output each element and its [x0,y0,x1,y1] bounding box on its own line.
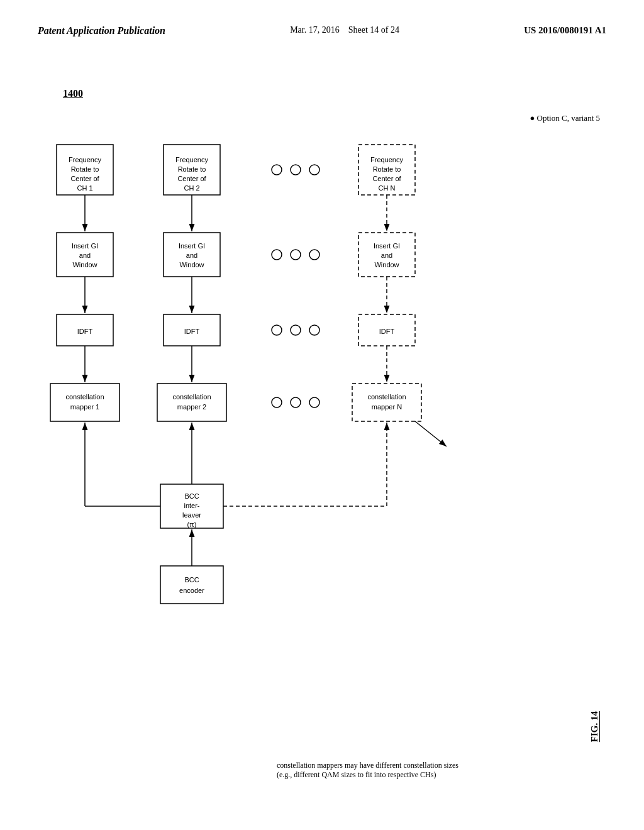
svg-point-30 [291,325,301,335]
svg-text:CH N: CH N [379,184,396,192]
svg-text:CH 1: CH 1 [77,184,92,192]
ch1-freq-text: Frequency [69,156,101,163]
page-header: Patent Application Publication Mar. 17, … [0,0,644,36]
header-center: Mar. 17, 2016 Sheet 14 of 24 [290,25,399,35]
svg-text:Center of: Center of [70,175,99,182]
note-line1: constellation mappers may have different… [277,761,556,770]
svg-text:encoder: encoder [179,587,204,594]
svg-text:Center of: Center of [177,175,206,182]
svg-text:CH 2: CH 2 [184,184,199,192]
svg-text:mapper N: mapper N [372,403,402,411]
sheet-info: Sheet 14 of 24 [348,25,399,35]
svg-text:Window: Window [374,261,399,268]
svg-text:mapper 2: mapper 2 [177,403,206,411]
svg-point-28 [309,250,319,260]
svg-text:Rotate to: Rotate to [373,165,401,173]
svg-text:Window: Window [179,261,204,268]
svg-text:(π): (π) [187,521,197,528]
svg-text:constellation: constellation [172,393,211,401]
svg-text:BCC: BCC [184,492,199,500]
publication-title: Patent Application Publication [38,25,165,36]
svg-text:and: and [79,252,91,259]
svg-text:and: and [186,252,197,259]
svg-text:inter-: inter- [184,502,199,509]
bcc-encoder-box [160,566,223,604]
svg-point-27 [291,250,301,260]
svg-point-31 [309,325,319,335]
svg-point-24 [291,165,301,175]
fig14-label: FIG. 14 [589,711,600,742]
diagram-area: 1400 ● Option C, variant 5 Frequency Rot… [38,88,606,792]
ellipsis-dot-1 [272,165,282,175]
svg-text:Window: Window [72,261,97,268]
svg-point-25 [309,165,319,175]
patent-number: US 2016/0080191 A1 [524,25,606,36]
figure-label-1400: 1400 [63,88,83,99]
svg-text:Insert GI: Insert GI [374,242,400,250]
svg-point-34 [309,397,319,407]
svg-text:Rotate to: Rotate to [71,165,99,173]
svg-text:constellation: constellation [65,393,104,401]
svg-text:and: and [381,252,392,259]
svg-text:Insert GI: Insert GI [72,242,98,250]
svg-point-32 [272,397,282,407]
svg-text:IDFT: IDFT [184,328,200,335]
diagram-svg: Frequency Rotate to Center of CH 1 Inser… [38,107,553,711]
publication-date: Mar. 17, 2016 [290,25,340,35]
svg-point-29 [272,325,282,335]
svg-text:Center of: Center of [372,175,401,182]
svg-point-33 [291,397,301,407]
note-text: constellation mappers may have different… [277,761,556,780]
svg-text:BCC: BCC [184,576,199,584]
svg-text:mapper 1: mapper 1 [70,403,99,411]
svg-text:leaver: leaver [182,511,201,519]
svg-text:Frequency: Frequency [370,156,403,163]
svg-text:Frequency: Frequency [175,156,208,163]
svg-text:IDFT: IDFT [379,328,395,335]
svg-text:IDFT: IDFT [77,328,93,335]
note-line2: (e.g., different QAM sizes to fit into r… [277,770,556,780]
note-arrow [415,421,447,446]
svg-text:Rotate to: Rotate to [178,165,206,173]
svg-text:constellation: constellation [367,393,406,401]
svg-point-26 [272,250,282,260]
svg-text:Insert GI: Insert GI [179,242,205,250]
